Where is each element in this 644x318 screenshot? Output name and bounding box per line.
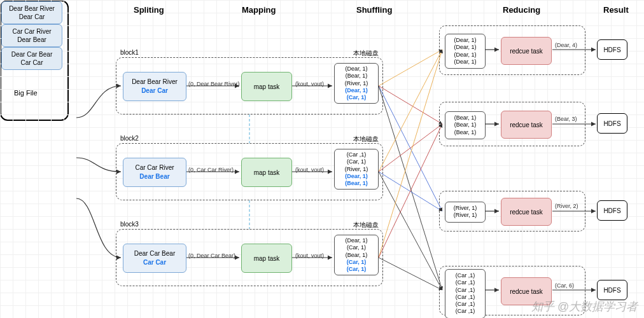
reduce-group-1: (Dear, 1) (Dear, 1) (Dear, 1) (Dear, 1) …	[439, 25, 585, 75]
input-block-1: Dear Bear River Dear Car	[1, 1, 62, 24]
reduce-task-3: redcue task	[501, 198, 552, 226]
kv-pair: (Bear, 1)	[346, 73, 368, 80]
input-block-3: Dear Car Bear Car Car	[1, 47, 62, 70]
kv-pair: (Bear, 1)	[454, 121, 477, 128]
kv-pair-hl: (Car, 1)	[347, 94, 367, 101]
hdfs-1: HDFS	[597, 39, 627, 60]
split-line: Dear Car Bear	[134, 249, 175, 258]
map-task-1: map task	[241, 72, 292, 101]
map-output-2: (Car ,1) (Car, 1) (River, 1) (Dear, 1) (…	[334, 149, 379, 190]
kv-pair-hl: (Dear, 1)	[345, 173, 368, 180]
kv-pair: (Dear, 1)	[454, 44, 476, 51]
stage-mapping: Mapping	[242, 5, 276, 15]
kv-pair: (Bear, 1)	[346, 252, 368, 259]
reduce-group-2: (Bear, 1) (Bear, 1) (Bear, 1) redcue tas…	[439, 102, 585, 146]
split-line-hl: Dear Car	[141, 86, 168, 95]
kv-label: (kout, vout)	[295, 167, 324, 173]
kv-label: (0, Car Car River)	[188, 167, 234, 173]
shuffle-input-2: (Bear, 1) (Bear, 1) (Bear, 1)	[445, 111, 486, 139]
disk-label: 本地磁盘	[353, 221, 379, 230]
kv-pair: (Car ,1)	[456, 272, 475, 279]
block-label: block3	[120, 221, 139, 228]
hdfs-4: HDFS	[597, 280, 627, 300]
file-line: Dear Car Bear	[11, 50, 52, 59]
kv-pair: (Car ,1)	[456, 301, 475, 308]
stage-splitting: Spliting	[134, 5, 164, 15]
kv-pair: (Car ,1)	[456, 279, 475, 286]
split-line: Dear Bear River	[132, 78, 178, 86]
kv-pair: (Car ,1)	[456, 294, 475, 301]
map-output-1: (Dear, 1) (Bear, 1) (River, 1) (Dear, 1)…	[334, 63, 379, 104]
kv-label: (kout, vout)	[295, 81, 324, 87]
kv-pair: (Dear, 1)	[345, 237, 367, 244]
disk-label: 本地磁盘	[353, 49, 379, 58]
kv-pair: (Car, 1)	[347, 158, 366, 165]
file-line: Car Car River	[12, 27, 51, 36]
stage-reducing: Reducing	[503, 5, 540, 15]
split-box-3: Dear Car Bear Car Car	[123, 244, 186, 273]
kv-pair-hl: (Car, 1)	[347, 259, 367, 266]
kv-pair-hl: (Bear, 1)	[345, 180, 368, 187]
file-line: Dear Car	[19, 13, 45, 21]
reduce-task-2: redcue task	[501, 111, 552, 139]
kv-pair: (Dear, 1)	[454, 37, 476, 44]
kv-pair: (Bear, 1)	[454, 114, 477, 121]
kv-pair: (Dear, 1)	[345, 66, 367, 73]
map-task-3: map task	[241, 244, 292, 273]
kv-label: (kout, vout)	[295, 252, 324, 259]
kv-pair-hl: (Car, 1)	[347, 266, 367, 273]
block-group-2: block2 本地磁盘 Car Car River Dear Bear map …	[116, 143, 383, 200]
split-line: Car Car River	[135, 163, 174, 172]
kv-pair: (Car ,1)	[347, 151, 367, 158]
watermark: 知乎 @大数据学习者	[531, 299, 638, 314]
kv-pair: (River, 1)	[345, 166, 368, 173]
kv-pair: (Car, 1)	[347, 244, 366, 251]
split-line-hl: Dear Bear	[139, 172, 169, 181]
kv-pair-hl: (Dear, 1)	[345, 87, 368, 94]
file-line: Dear Bear	[17, 36, 46, 44]
reduce-task-1: redcue task	[501, 37, 552, 65]
kv-label: (0, Dear Bear River)	[188, 81, 240, 87]
reduce-out-label: (Bear, 3)	[555, 116, 577, 122]
kv-pair: (Car ,1)	[456, 308, 475, 315]
stage-shuffling: Shuffling	[356, 5, 392, 15]
map-output-3: (Dear, 1) (Car, 1) (Bear, 1) (Car, 1) (C…	[334, 235, 379, 275]
file-line: Car Car	[20, 59, 43, 67]
map-task-2: map task	[241, 158, 292, 187]
kv-pair: (Dear, 1)	[454, 59, 476, 66]
hdfs-2: HDFS	[597, 113, 627, 134]
hdfs-3: HDFS	[597, 200, 627, 221]
file-line: Dear Bear River	[9, 4, 55, 13]
split-box-2: Car Car River Dear Bear	[123, 158, 186, 187]
stage-result: Result	[603, 5, 629, 15]
kv-label: (0, Dear Car Bear)	[188, 252, 235, 259]
shuffle-input-3: (River, 1) (River, 1)	[445, 202, 486, 223]
input-label: Big File	[14, 89, 38, 97]
shuffle-input-1: (Dear, 1) (Dear, 1) (Dear, 1) (Dear, 1)	[445, 34, 486, 69]
reduce-out-label: (River, 2)	[555, 203, 578, 209]
kv-pair: (Car ,1)	[456, 287, 475, 294]
split-line-hl: Car Car	[143, 258, 166, 267]
block-label: block1	[120, 49, 139, 56]
kv-pair: (Bear, 1)	[454, 129, 477, 136]
disk-label: 本地磁盘	[353, 135, 379, 144]
block-group-1: block1 本地磁盘 Dear Bear River Dear Car map…	[116, 57, 383, 114]
input-block-2: Car Car River Dear Bear	[1, 24, 62, 47]
shuffle-input-4: (Car ,1) (Car ,1) (Car ,1) (Car ,1) (Car…	[445, 269, 486, 318]
block-group-3: block3 本地磁盘 Dear Car Bear Car Car map ta…	[116, 229, 383, 286]
split-box-1: Dear Bear River Dear Car	[123, 72, 186, 101]
reduce-out-label: (Dear, 4)	[555, 42, 577, 48]
block-label: block2	[120, 135, 139, 142]
reduce-group-3: (River, 1) (River, 1) redcue task	[439, 191, 585, 232]
kv-pair: (River, 1)	[454, 205, 477, 212]
kv-pair: (River, 1)	[345, 80, 368, 87]
kv-pair: (Dear, 1)	[454, 52, 476, 59]
kv-pair: (River, 1)	[454, 212, 477, 219]
reduce-out-label: (Car, 6)	[555, 282, 574, 289]
